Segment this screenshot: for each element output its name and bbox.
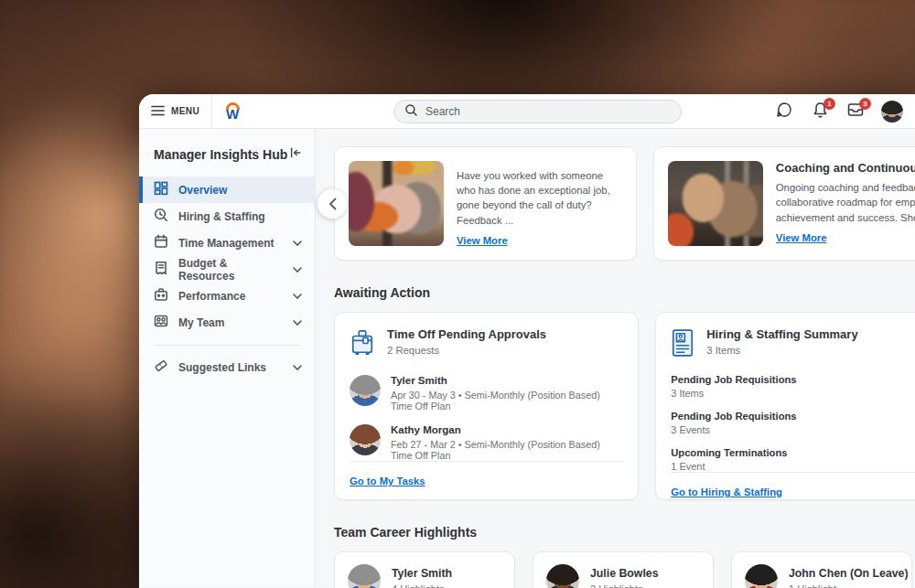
promo-carousel: The Power of Anytime Feed... Have you wo… bbox=[334, 146, 915, 261]
document-icon bbox=[154, 261, 168, 278]
sidebar-item-overview[interactable]: Overview bbox=[139, 176, 315, 203]
sidebar-item-suggested-links[interactable]: Suggested Links bbox=[139, 354, 315, 380]
search-clock-icon bbox=[154, 208, 168, 225]
entry-text: Kathy Morgan Feb 27 - Mar 2 • Semi-Month… bbox=[391, 424, 623, 461]
notifications-button[interactable]: 1 bbox=[810, 102, 830, 122]
go-to-hiring-staffing-link[interactable]: Go to Hiring & Staffing bbox=[671, 486, 782, 497]
link-ticket-icon bbox=[154, 358, 168, 376]
card-header-text: Hiring & Staffing Summary 3 Items bbox=[706, 327, 857, 362]
view-more-link[interactable]: View More bbox=[457, 235, 508, 246]
hiring-staffing-summary-card: Hiring & Staffing Summary 3 Items Pendin… bbox=[655, 312, 915, 500]
card-header-text: Time Off Pending Approvals 2 Requests bbox=[387, 327, 546, 362]
chevron-down-icon bbox=[293, 241, 302, 246]
summary-label: Pending Job Requisitions bbox=[671, 411, 915, 422]
chevron-down-icon bbox=[293, 294, 302, 299]
app-window: MENU W bbox=[139, 94, 915, 588]
notifications-badge: 1 bbox=[824, 98, 835, 110]
highlight-count: 1 Highlight bbox=[789, 583, 909, 588]
time-off-card: Time Off Pending Approvals 2 Requests Ty… bbox=[334, 312, 639, 500]
card-subtitle: 3 Items bbox=[706, 345, 857, 356]
person-name: John Chen (On Leave) bbox=[789, 567, 909, 580]
calendar-icon bbox=[154, 234, 168, 251]
sidebar-item-label: Overview bbox=[178, 184, 227, 197]
summary-label: Upcoming Terminations bbox=[671, 447, 915, 458]
card-subtitle: 2 Requests bbox=[387, 345, 546, 356]
sidebar-item-label: Hiring & Staffing bbox=[178, 210, 265, 223]
grid-icon bbox=[154, 181, 168, 198]
person-text: John Chen (On Leave) 1 Highlight bbox=[789, 567, 909, 588]
search-bar[interactable] bbox=[393, 100, 682, 123]
summary-row[interactable]: Upcoming Terminations 1 Event bbox=[671, 447, 915, 472]
request-detail: Apr 30 - May 3 • Semi-Monthly (Position … bbox=[391, 390, 623, 412]
team-highlights-heading: Team Career Highlights bbox=[334, 525, 915, 540]
card-footer: Go to Hiring & Staffing bbox=[671, 472, 915, 499]
profile-avatar[interactable] bbox=[881, 101, 903, 123]
summary-label: Pending Job Requisitions bbox=[671, 374, 915, 385]
person-name: Julie Bowles bbox=[590, 567, 659, 580]
chevron-down-icon bbox=[293, 267, 302, 273]
chat-icon bbox=[776, 102, 792, 122]
sidebar-item-performance[interactable]: Performance bbox=[139, 283, 315, 309]
summary-row[interactable]: Pending Job Requisitions 3 Events bbox=[671, 411, 915, 435]
menu-label: MENU bbox=[171, 106, 199, 116]
sidebar-item-time-management[interactable]: Time Management bbox=[139, 230, 315, 256]
person-text: Julie Bowles 3 Highlights bbox=[590, 567, 659, 588]
carousel-prev-button[interactable] bbox=[318, 189, 347, 219]
topbar-actions: 1 3 bbox=[774, 101, 903, 123]
search-icon bbox=[405, 103, 417, 120]
summary-value: 3 Items bbox=[671, 388, 915, 399]
inbox-button[interactable]: 3 bbox=[845, 102, 866, 122]
summary-value: 3 Events bbox=[671, 424, 915, 435]
workday-logo[interactable]: W bbox=[221, 101, 244, 123]
briefcase-icon bbox=[154, 287, 168, 305]
inbox-badge: 3 bbox=[859, 98, 871, 110]
promo-card-coaching[interactable]: Coaching and Continuous C... Ongoing coa… bbox=[653, 146, 915, 261]
avatar bbox=[745, 564, 778, 588]
avatar bbox=[348, 564, 381, 588]
sidebar-item-label: Time Management bbox=[178, 237, 274, 250]
avatar bbox=[546, 564, 579, 588]
menu-button[interactable]: MENU bbox=[151, 103, 199, 120]
person-text: Tyler Smith 4 Highlights bbox=[392, 567, 452, 588]
summary-value: 1 Event bbox=[671, 461, 915, 472]
screen: MENU W bbox=[0, 0, 915, 588]
chat-button[interactable] bbox=[774, 102, 794, 122]
topbar-divider bbox=[211, 94, 212, 129]
employee-name: Tyler Smith bbox=[391, 375, 623, 386]
search-input[interactable] bbox=[425, 105, 645, 118]
page-title: Manager Insights Hub bbox=[154, 147, 287, 162]
sidebar-item-label: Budget & Resources bbox=[178, 257, 283, 283]
awaiting-action-heading: Awaiting Action bbox=[334, 285, 915, 300]
promo-image-meeting bbox=[668, 161, 763, 246]
view-more-link[interactable]: View More bbox=[776, 232, 827, 243]
summary-row[interactable]: Pending Job Requisitions 3 Items bbox=[671, 374, 915, 399]
team-highlights-row: Tyler Smith 4 Highlights Julie Bowles 3 … bbox=[334, 551, 915, 588]
go-to-my-tasks-link[interactable]: Go to My Tasks bbox=[350, 476, 425, 486]
person-card-john-chen[interactable]: John Chen (On Leave) 1 Highlight bbox=[731, 551, 912, 588]
promo-image-office bbox=[349, 161, 444, 246]
person-name: Tyler Smith bbox=[392, 567, 452, 580]
sidebar-item-my-team[interactable]: My Team bbox=[139, 309, 315, 336]
promo-body: Have you worked with someone who has don… bbox=[457, 168, 622, 229]
highlight-count: 4 Highlights bbox=[392, 583, 452, 588]
hamburger-icon bbox=[151, 103, 165, 120]
sidebar-item-budget-resources[interactable]: Budget & Resources bbox=[139, 256, 315, 283]
logo-letter: W bbox=[226, 104, 239, 123]
promo-title: Coaching and Continuous C... bbox=[776, 161, 915, 175]
chevron-down-icon bbox=[293, 365, 302, 370]
sidebar-item-label: My Team bbox=[178, 316, 224, 329]
collapse-sidebar-icon[interactable] bbox=[289, 146, 302, 163]
resume-icon bbox=[671, 327, 694, 362]
promo-card-anytime-feedback[interactable]: The Power of Anytime Feed... Have you wo… bbox=[334, 146, 637, 261]
card-title: Hiring & Staffing Summary bbox=[706, 327, 857, 341]
person-card-tyler-smith[interactable]: Tyler Smith 4 Highlights bbox=[334, 551, 515, 588]
person-card-julie-bowles[interactable]: Julie Bowles 3 Highlights bbox=[533, 551, 714, 588]
team-icon bbox=[154, 314, 168, 331]
sidebar-header: Manager Insights Hub bbox=[139, 129, 315, 176]
highlight-count: 3 Highlights bbox=[590, 583, 659, 588]
main-content: The Power of Anytime Feed... Have you wo… bbox=[316, 129, 915, 587]
time-off-request-row[interactable]: Kathy Morgan Feb 27 - Mar 2 • Semi-Month… bbox=[350, 424, 623, 461]
sidebar-item-hiring-staffing[interactable]: Hiring & Staffing bbox=[139, 203, 315, 230]
time-off-request-row[interactable]: Tyler Smith Apr 30 - May 3 • Semi-Monthl… bbox=[350, 375, 623, 412]
avatar bbox=[350, 424, 381, 455]
